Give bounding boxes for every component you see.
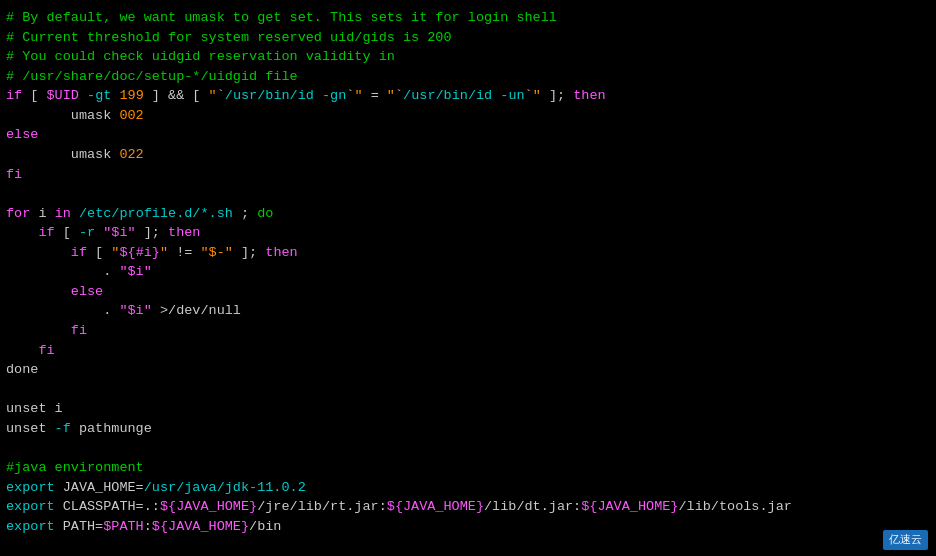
code-line-6: umask 002 xyxy=(6,106,930,126)
code-line-24: #java environment xyxy=(6,458,930,478)
code-line-15: else xyxy=(6,282,930,302)
code-line-1: # By default, we want umask to get set. … xyxy=(6,8,930,28)
code-blank-3 xyxy=(6,438,930,458)
code-line-3: # You could check uidgid reservation val… xyxy=(6,47,930,67)
terminal: # By default, we want umask to get set. … xyxy=(0,0,936,556)
code-line-9: fi xyxy=(6,165,930,185)
code-blank-2 xyxy=(6,380,930,400)
code-line-27: export PATH=$PATH:${JAVA_HOME}/bin xyxy=(6,517,930,537)
code-line-16: . "$i" >/dev/null xyxy=(6,301,930,321)
code-line-7: else xyxy=(6,125,930,145)
code-line-22: unset -f pathmunge xyxy=(6,419,930,439)
code-line-5: if [ $UID -gt 199 ] && [ "`/usr/bin/id -… xyxy=(6,86,930,106)
code-line-13: if [ "${#i}" != "$-" ]; then xyxy=(6,243,930,263)
code-line-19: done xyxy=(6,360,930,380)
code-line-14: . "$i" xyxy=(6,262,930,282)
watermark-badge: 亿速云 xyxy=(883,530,928,550)
code-line-4: # /usr/share/doc/setup-*/uidgid file xyxy=(6,67,930,87)
code-blank-1 xyxy=(6,184,930,204)
code-line-2: # Current threshold for system reserved … xyxy=(6,28,930,48)
code-line-26: export CLASSPATH=.:${JAVA_HOME}/jre/lib/… xyxy=(6,497,930,517)
code-line-21: unset i xyxy=(6,399,930,419)
code-line-18: fi xyxy=(6,341,930,361)
code-line-11: for i in /etc/profile.d/*.sh ; do xyxy=(6,204,930,224)
code-line-25: export JAVA_HOME=/usr/java/jdk-11.0.2 xyxy=(6,478,930,498)
code-blank-4 xyxy=(6,536,930,556)
code-line-8: umask 022 xyxy=(6,145,930,165)
code-line-12: if [ -r "$i" ]; then xyxy=(6,223,930,243)
code-line-17: fi xyxy=(6,321,930,341)
